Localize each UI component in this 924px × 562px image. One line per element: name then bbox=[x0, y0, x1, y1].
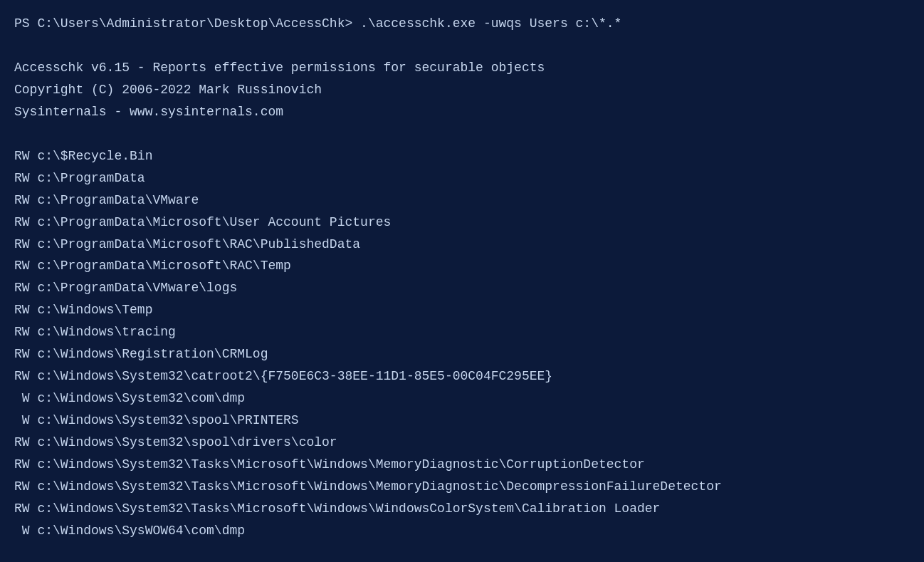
entry-line-13: RW c:\Windows\System32\spool\drivers\col… bbox=[14, 432, 910, 454]
entry-line-8: RW c:\Windows\tracing bbox=[14, 321, 910, 343]
entry-line-11: W c:\Windows\System32\com\dmp bbox=[14, 387, 910, 410]
entry-line-6: RW c:\ProgramData\VMware\logs bbox=[14, 277, 910, 299]
entry-line-17: W c:\Windows\SysWOW64\com\dmp bbox=[14, 520, 910, 542]
blank-line-1 bbox=[14, 35, 910, 57]
entries-container: RW c:\$Recycle.BinRW c:\ProgramDataRW c:… bbox=[14, 145, 910, 542]
entry-line-1: RW c:\ProgramData bbox=[14, 167, 910, 189]
entry-line-9: RW c:\Windows\Registration\CRMLog bbox=[14, 343, 910, 365]
entry-line-3: RW c:\ProgramData\Microsoft\User Account… bbox=[14, 212, 910, 234]
entry-line-10: RW c:\Windows\System32\catroot2\{F750E6C… bbox=[14, 365, 910, 387]
entry-line-4: RW c:\ProgramData\Microsoft\RAC\Publishe… bbox=[14, 234, 910, 256]
blank-line-2 bbox=[14, 123, 910, 145]
entry-line-16: RW c:\Windows\System32\Tasks\Microsoft\W… bbox=[14, 498, 910, 520]
entry-line-2: RW c:\ProgramData\VMware bbox=[14, 189, 910, 212]
entry-line-15: RW c:\Windows\System32\Tasks\Microsoft\W… bbox=[14, 476, 910, 498]
entry-line-14: RW c:\Windows\System32\Tasks\Microsoft\W… bbox=[14, 454, 910, 476]
header-line3: Sysinternals - www.sysinternals.com bbox=[14, 101, 910, 123]
header-line2: Copyright (C) 2006-2022 Mark Russinovich bbox=[14, 79, 910, 101]
entry-line-12: W c:\Windows\System32\spool\PRINTERS bbox=[14, 410, 910, 432]
prompt-line: PS C:\Users\Administrator\Desktop\Access… bbox=[14, 13, 910, 35]
entry-line-5: RW c:\ProgramData\Microsoft\RAC\Temp bbox=[14, 255, 910, 277]
entry-line-7: RW c:\Windows\Temp bbox=[14, 299, 910, 321]
header-line1: Accesschk v6.15 - Reports effective perm… bbox=[14, 57, 910, 79]
entry-line-0: RW c:\$Recycle.Bin bbox=[14, 145, 910, 167]
